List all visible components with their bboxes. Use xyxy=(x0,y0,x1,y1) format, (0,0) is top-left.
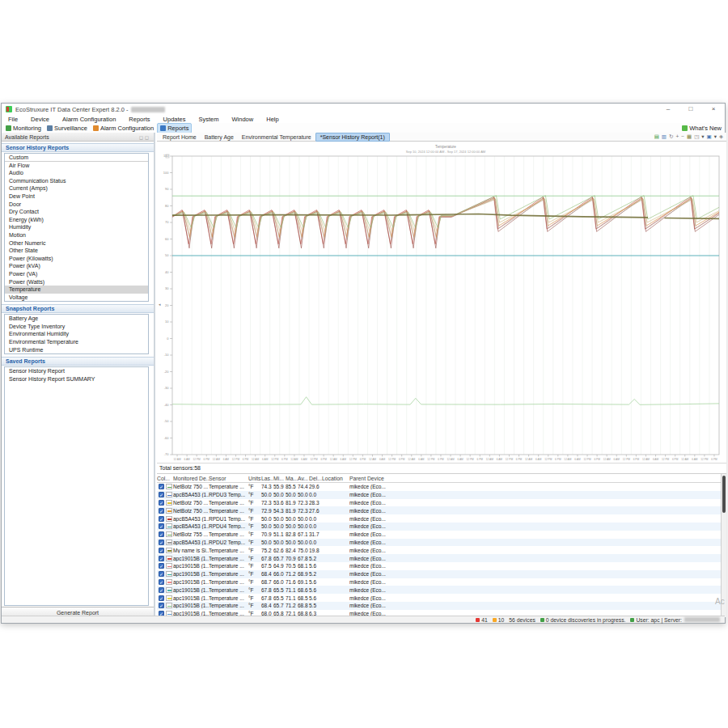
dropdown-arrow-icon[interactable]: ▾ xyxy=(701,133,704,140)
column-header-units[interactable]: Units xyxy=(248,476,261,481)
report-item-dew-point[interactable]: Dew Point xyxy=(5,193,148,201)
table-row[interactable]: ✓apc19015B (1...Temperature ...°F67.865.… xyxy=(157,554,721,562)
panel-minimize-maximize-icons[interactable]: ◻◻ xyxy=(139,134,150,140)
maximize-button[interactable]: □ xyxy=(679,104,702,115)
section-header-saved-reports[interactable]: Saved Reports xyxy=(2,357,154,366)
table-row[interactable]: ✓My name is Si...Temperature ...°F75.262… xyxy=(157,546,721,554)
perspective-surveillance[interactable]: Surveillance xyxy=(44,124,90,133)
column-header-av[interactable]: Av... xyxy=(298,476,309,481)
row-checkbox[interactable]: ✓ xyxy=(159,587,164,593)
report-item-audio[interactable]: Audio xyxy=(5,169,148,177)
column-header-las[interactable]: Las... xyxy=(261,476,273,481)
report-item-power-kilowatts[interactable]: Power (Kilowatts) xyxy=(5,255,148,263)
report-item-device-type-inventory[interactable]: Device Type Inventory xyxy=(5,323,148,331)
row-checkbox[interactable]: ✓ xyxy=(159,571,164,577)
column-header-del[interactable]: Del... xyxy=(309,476,322,481)
export-icon[interactable]: ◳ xyxy=(694,133,699,140)
menu-updates[interactable]: Updates xyxy=(157,116,193,123)
column-header-monitored-de[interactable]: Monitored De... xyxy=(173,476,209,481)
column-header-col[interactable]: Col... xyxy=(157,476,173,481)
menu-window[interactable]: Window xyxy=(226,116,260,123)
row-checkbox[interactable]: ✓ xyxy=(159,508,164,514)
column-header-ma[interactable]: Ma... xyxy=(286,476,298,481)
row-checkbox[interactable]: ✓ xyxy=(159,492,164,497)
table-row[interactable]: ✓NetBotz 750 ...Temperature ...°F72.353.… xyxy=(157,499,721,507)
report-item-power-kva[interactable]: Power (kVA) xyxy=(5,262,148,270)
close-button[interactable]: × xyxy=(702,104,725,115)
report-item-air-flow[interactable]: Air Flow xyxy=(5,162,148,170)
table-row[interactable]: ✓NetBotz 750 ...Temperature ...°F72.954.… xyxy=(157,506,721,514)
chart-view-icon[interactable]: ▤ xyxy=(654,133,659,140)
report-item-sensor-history-report[interactable]: Sensor History Report xyxy=(5,367,148,375)
zoom-in-icon[interactable]: + xyxy=(675,133,679,140)
row-checkbox[interactable]: ✓ xyxy=(159,603,164,608)
table-row[interactable]: ✓apc19015B (1...Temperature ...°F67.564.… xyxy=(157,562,721,570)
row-checkbox[interactable]: ✓ xyxy=(159,484,164,489)
table-row[interactable]: ✓apcB5A453 (1...RPDU2 Temp...°F50.050.05… xyxy=(157,539,721,547)
menu-alarm-configuration[interactable]: Alarm Configuration xyxy=(56,116,122,123)
report-item-power-watts[interactable]: Power (Watts) xyxy=(5,278,148,286)
menu-system[interactable]: System xyxy=(193,116,226,123)
report-item-custom[interactable]: Custom xyxy=(5,154,148,162)
report-item-ups-runtime[interactable]: UPS Runtime xyxy=(5,346,148,354)
row-checkbox[interactable]: ✓ xyxy=(159,523,164,529)
column-header-parent-device[interactable]: Parent Device xyxy=(349,476,722,481)
table-row[interactable]: ✓apc19015B (1...Temperature ...°F68.466.… xyxy=(157,570,721,578)
report-item-communication-status[interactable]: Communication Status xyxy=(5,177,148,185)
report-item-power-va[interactable]: Power (VA) xyxy=(5,270,148,278)
tab-environmental-temperature[interactable]: Environmental Temperature xyxy=(238,133,315,141)
settings-icon[interactable]: ◈ xyxy=(719,133,723,140)
dropdown-arrow-icon[interactable]: ▾ xyxy=(714,133,717,140)
table-row[interactable]: ✓apc19015B (1...Temperature ...°F68.465.… xyxy=(157,602,721,610)
row-checkbox[interactable]: ✓ xyxy=(159,500,164,506)
row-checkbox[interactable]: ✓ xyxy=(159,579,164,585)
scrollbar-thumb[interactable] xyxy=(722,476,726,513)
whats-new-link[interactable]: What's New xyxy=(682,125,725,132)
row-checkbox[interactable]: ✓ xyxy=(159,531,164,537)
save-icon[interactable]: ▣ xyxy=(707,133,712,140)
table-row[interactable]: ✓NetBotz 750 ...Temperature ...°F74.355.… xyxy=(157,483,721,491)
table-row[interactable]: ✓NetBotz 755 ...Temperature ...°F70.951.… xyxy=(157,531,721,539)
zoom-out-icon[interactable]: − xyxy=(681,133,684,140)
table-row[interactable]: ✓apc19015B (1...Temperature ...°F68.766.… xyxy=(157,578,721,586)
report-item-energy-kwh[interactable]: Energy (kWh) xyxy=(5,216,148,224)
report-item-battery-age[interactable]: Battery Age xyxy=(5,315,148,323)
row-checkbox[interactable]: ✓ xyxy=(159,540,164,545)
report-item-temperature[interactable]: Temperature xyxy=(5,286,148,294)
report-item-sensor-history-report-summary[interactable]: Sensor History Report SUMMARY xyxy=(5,375,148,383)
row-checkbox[interactable]: ✓ xyxy=(159,548,164,553)
table-row[interactable]: ✓apcB5A453 (1...RPDU1 Temp...°F50.050.05… xyxy=(157,514,721,523)
report-item-motion[interactable]: Motion xyxy=(5,231,148,239)
report-item-other-state[interactable]: Other State xyxy=(5,247,148,255)
row-checkbox[interactable]: ✓ xyxy=(159,516,164,522)
report-item-environmental-temperature[interactable]: Environmental Temperature xyxy=(5,338,148,346)
grid-icon[interactable]: ▦ xyxy=(687,133,692,140)
report-item-other-numeric[interactable]: Other Numeric xyxy=(5,239,148,248)
report-item-voltage[interactable]: Voltage xyxy=(5,294,148,302)
table-view-icon[interactable]: ▥ xyxy=(662,133,667,140)
row-checkbox[interactable]: ✓ xyxy=(159,563,164,569)
table-scrollbar[interactable] xyxy=(721,474,726,617)
tab-sensor-history-report-1[interactable]: *Sensor History Report(1) xyxy=(315,133,390,142)
refresh-icon[interactable]: ↻ xyxy=(669,133,673,140)
tab-battery-age[interactable]: Battery Age xyxy=(201,133,238,141)
menu-reports[interactable]: Reports xyxy=(122,116,156,123)
report-item-dry-contact[interactable]: Dry Contact xyxy=(5,208,148,216)
report-item-current-amps[interactable]: Current (Amps) xyxy=(5,184,148,193)
section-header-snapshot-reports[interactable]: Snapshot Reports xyxy=(2,304,154,313)
table-row[interactable]: ✓apcB5A453 (1...RPDU3 Temp...°F50.050.05… xyxy=(157,491,721,499)
minimize-button[interactable]: – xyxy=(657,104,679,115)
section-header-sensor-history-reports[interactable]: Sensor History Reports xyxy=(2,143,154,152)
tab-report-home[interactable]: Report Home xyxy=(159,133,201,141)
perspective-monitoring[interactable]: Monitoring xyxy=(3,124,44,133)
row-checkbox[interactable]: ✓ xyxy=(159,556,164,561)
table-row[interactable]: ✓apc19015B (1...Temperature ...°F67.865.… xyxy=(157,594,721,602)
temperature-chart[interactable]: TemperatureSep 10, 2024 12:00:00 AM - Se… xyxy=(157,142,726,463)
report-item-environmental-humidity[interactable]: Environmental Humidity xyxy=(5,330,148,338)
row-checkbox[interactable]: ✓ xyxy=(159,595,164,601)
column-header-location[interactable]: Location xyxy=(322,476,349,481)
report-item-door[interactable]: Door xyxy=(5,201,148,209)
menu-device[interactable]: Device xyxy=(24,116,56,123)
table-row[interactable]: ✓apc19015B (1...Temperature ...°F67.865.… xyxy=(157,586,721,594)
perspective-alarm-configuration[interactable]: Alarm Configuration xyxy=(91,124,156,133)
